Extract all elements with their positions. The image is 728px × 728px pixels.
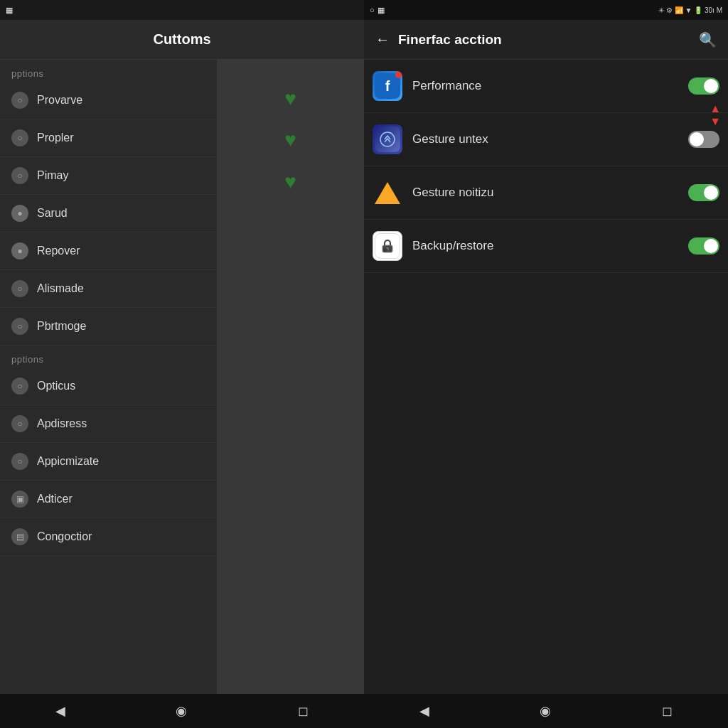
lock-icon: W xyxy=(375,233,400,259)
heart-icon-2: ♥ xyxy=(284,122,296,158)
nav-item-label-congoctior: Congoctior xyxy=(37,530,92,543)
section2-label: pptions xyxy=(0,346,217,368)
f-icon: f xyxy=(375,73,400,99)
home-button-left[interactable]: ◉ xyxy=(159,697,204,724)
nav-item-icon: ○ xyxy=(11,378,28,395)
search-button[interactable]: 🔍 xyxy=(696,28,719,51)
nav-item-label-adticer: Adticer xyxy=(37,493,73,505)
backup-restore-icon: W xyxy=(373,231,402,261)
settings-label-backup-restore: Backup/restore xyxy=(412,239,688,253)
nav-item-icon: ▤ xyxy=(11,528,28,545)
toggle-knob xyxy=(704,79,718,93)
top-bar-left: Cuttoms xyxy=(0,20,364,60)
toggle-knob xyxy=(690,132,704,146)
status-camera-icon: ○ xyxy=(370,6,375,14)
nav-item-label-pbrtmoge: Pbrtmoge xyxy=(37,320,86,333)
settings-label-gesture-untex: Gesture untex xyxy=(412,132,688,146)
nav-item-icon: ● xyxy=(11,242,28,259)
nav-item-label-opticus: Opticus xyxy=(37,380,75,392)
gesture-untex-toggle-area: ▲ ▼ xyxy=(688,131,719,148)
settings-item-gesture-untex[interactable]: Gesture untex ▲ ▼ xyxy=(364,113,728,166)
nav-item-apdisress[interactable]: ○ Apdisress xyxy=(0,405,217,443)
hearts-panel: ♥ ♥ ♥ xyxy=(217,60,364,694)
toggle-knob xyxy=(704,239,718,253)
settings-item-backup-restore[interactable]: W Backup/restore xyxy=(364,220,728,273)
nav-item-label-provarve: Provarve xyxy=(37,94,82,107)
toggle-knob xyxy=(704,186,718,200)
nav-item-label-repover: Repover xyxy=(37,245,80,257)
status-right-icons: ✳ ⚙ 📶 ▼ 🔋 30ı M xyxy=(658,6,722,14)
nav-item-icon: ○ xyxy=(11,453,28,470)
nav-item-repover[interactable]: ● Repover xyxy=(0,232,217,270)
backup-restore-toggle-area xyxy=(688,237,719,255)
nav-item-label-apdisress: Apdisress xyxy=(37,417,87,430)
status-image-icon: ▦ xyxy=(378,6,385,15)
nav-item-pbrtmoge[interactable]: ○ Pbrtmoge xyxy=(0,308,217,346)
nav-list: pptions ○ Provarve ○ Propler ○ Pimay ● S… xyxy=(0,60,217,694)
heart-icon-1: ♥ xyxy=(284,81,296,117)
nav-item-label-sarud: Sarud xyxy=(37,207,68,220)
nav-item-congoctior[interactable]: ▤ Congoctior xyxy=(0,518,217,556)
gesture-noitizu-toggle-area xyxy=(688,184,719,201)
settings-item-gesture-noitizu[interactable]: Gesture noitizu xyxy=(364,166,728,220)
performance-toggle-area xyxy=(688,77,719,95)
gesture-untex-toggle[interactable] xyxy=(688,131,719,148)
nav-item-label-propler: Propler xyxy=(37,132,74,144)
nav-item-adticer[interactable]: ▣ Adticer xyxy=(0,481,217,518)
nav-item-alismade[interactable]: ○ Alismade xyxy=(0,270,217,308)
nav-item-provarve[interactable]: ○ Provarve xyxy=(0,82,217,119)
left-content: pptions ○ Provarve ○ Propler ○ Pimay ● S… xyxy=(0,60,364,694)
settings-label-gesture-noitizu: Gesture noitizu xyxy=(412,186,688,200)
nav-item-icon: ▣ xyxy=(11,491,28,508)
status-icon-left: ▦ xyxy=(6,6,13,15)
right-panel-title: Finerfac acction xyxy=(398,32,690,48)
right-panel: ○ ▦ ✳ ⚙ 📶 ▼ 🔋 30ı M ← Finerfac acction 🔍… xyxy=(364,0,728,728)
nav-item-icon: ○ xyxy=(11,318,28,335)
home-button-right-nav[interactable]: ◉ xyxy=(523,697,568,724)
settings-item-performance[interactable]: f Performance xyxy=(364,60,728,113)
left-panel: ▦ Cuttoms pptions ○ Provarve ○ Propler ○… xyxy=(0,0,364,728)
nav-item-pimay[interactable]: ○ Pimay xyxy=(0,157,217,195)
performance-icon: f xyxy=(373,71,402,101)
status-bar-right: ○ ▦ ✳ ⚙ 📶 ▼ 🔋 30ı M xyxy=(364,0,728,20)
nav-item-label-pimay: Pimay xyxy=(37,169,68,182)
nav-item-icon: ○ xyxy=(11,129,28,146)
settings-list: f Performance Gesture untex xyxy=(364,60,728,694)
nav-bar-left: ◀ ◉ ◻ xyxy=(0,694,364,728)
nav-item-icon: ● xyxy=(11,205,28,222)
left-panel-title: Cuttoms xyxy=(11,31,353,48)
gesture-noitizu-icon xyxy=(373,178,402,208)
nav-item-label-alismade: Alismade xyxy=(37,282,84,295)
recents-button-left[interactable]: ◻ xyxy=(281,697,326,724)
gesture-untex-icon xyxy=(373,124,402,154)
svg-text:W: W xyxy=(383,247,389,253)
performance-toggle[interactable] xyxy=(688,77,719,95)
nav-item-icon: ○ xyxy=(11,280,28,297)
nav-bar-right: ◀ ◉ ◻ xyxy=(364,694,728,728)
backup-restore-toggle[interactable] xyxy=(688,237,719,255)
nav-item-icon: ○ xyxy=(11,167,28,184)
back-button-right[interactable]: ← xyxy=(373,28,392,50)
nav-item-opticus[interactable]: ○ Opticus xyxy=(0,368,217,405)
nav-item-label-appicmizate: Appicmizate xyxy=(37,455,99,468)
nav-item-sarud[interactable]: ● Sarud xyxy=(0,195,217,232)
nav-item-icon: ○ xyxy=(11,415,28,432)
status-bar-left: ▦ xyxy=(0,0,364,20)
triangle-icon xyxy=(375,182,400,204)
top-bar-right: ← Finerfac acction 🔍 xyxy=(364,20,728,60)
heart-icon-3: ♥ xyxy=(284,164,296,200)
settings-label-performance: Performance xyxy=(412,79,688,93)
nav-item-appicmizate[interactable]: ○ Appicmizate xyxy=(0,443,217,481)
recents-button-right-nav[interactable]: ◻ xyxy=(645,697,690,724)
app-store-icon xyxy=(375,127,400,152)
section1-label: pptions xyxy=(0,60,217,82)
nav-item-icon: ○ xyxy=(11,92,28,109)
back-button-right-nav[interactable]: ◀ xyxy=(402,697,446,724)
nav-item-propler[interactable]: ○ Propler xyxy=(0,119,217,157)
gesture-noitizu-toggle[interactable] xyxy=(688,184,719,201)
back-button-left[interactable]: ◀ xyxy=(38,697,82,724)
